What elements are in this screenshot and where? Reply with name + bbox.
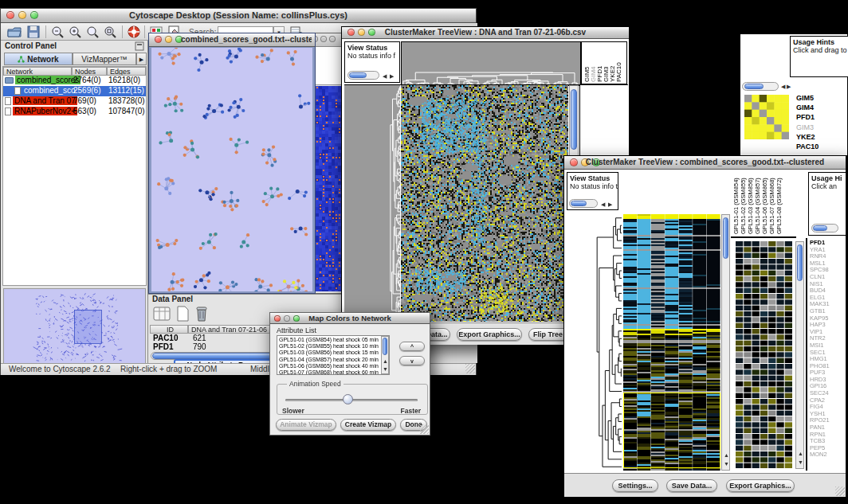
- delete-attribute-icon[interactable]: [194, 305, 209, 322]
- scroll-left-icon[interactable]: ◀: [781, 83, 785, 90]
- close-icon[interactable]: [155, 36, 162, 43]
- gene-label-list: GIM5GIM4PFD1GIM3YKE2PAC10: [796, 93, 844, 151]
- resize-grip[interactable]: [419, 424, 429, 434]
- zoom-out-icon[interactable]: [50, 25, 65, 38]
- network-list-row[interactable]: DNA and Tran 07769(0)183728(0): [3, 96, 146, 107]
- detail-v-scrollbar[interactable]: ▲ ▼: [795, 241, 804, 469]
- open-file-icon[interactable]: [7, 25, 22, 38]
- gene-label[interactable]: PFD1: [796, 112, 844, 122]
- attribute-list-item[interactable]: GPL51-01 (GSM854) heat shock 05 min: [279, 337, 389, 343]
- column-label[interactable]: GPL51-03 (GSM856): [747, 178, 754, 234]
- move-up-button[interactable]: ^: [399, 342, 425, 351]
- attribute-list-item[interactable]: GPL51-02 (GSM855) heat shock 10 min: [279, 343, 389, 350]
- gene-label[interactable]: GIM4: [796, 103, 844, 112]
- data-col-id[interactable]: ID: [150, 325, 188, 334]
- attribute-list-item[interactable]: GPL51-07 (GSM868) heat shock 60 min: [279, 369, 389, 375]
- column-label[interactable]: GPL51-02 (GSM855): [740, 178, 747, 234]
- zoom-in-icon[interactable]: [68, 25, 82, 38]
- animate-vizmap-button[interactable]: Animate Vizmap: [276, 419, 336, 431]
- export-graphics-button[interactable]: Export Graphics...: [726, 479, 795, 492]
- minimize-icon[interactable]: [165, 36, 172, 43]
- heatmap-v-scrollbar[interactable]: ▲ ▼: [721, 214, 730, 471]
- network-list-row[interactable]: RNAPuberNov2+563(0)107847(0): [3, 107, 146, 117]
- network-name: RNAPuberNov2+: [13, 107, 77, 115]
- attribute-select-icon[interactable]: [153, 306, 171, 322]
- scroll-down-icon[interactable]: ▼: [798, 459, 803, 466]
- gene-label[interactable]: PAC10: [796, 142, 844, 151]
- col-header-edges[interactable]: Edges: [107, 67, 146, 76]
- cytoscape-titlebar[interactable]: Cytoscape Desktop (Session Name: collins…: [1, 9, 476, 23]
- minimize-icon[interactable]: [320, 36, 327, 42]
- attribute-list-item[interactable]: GPL51-06 (GSM865) heat shock 40 min: [279, 363, 389, 369]
- network-list-row[interactable]: combined_scores2764(0)16218(0): [3, 76, 146, 86]
- control-panel-title: Control Panel: [5, 41, 57, 50]
- scroll-down-icon[interactable]: ▼: [383, 365, 388, 373]
- scroll-up-icon[interactable]: ▲: [724, 451, 729, 459]
- column-label[interactable]: PAC10: [615, 62, 622, 82]
- fragment-h-scrollbar[interactable]: [742, 82, 779, 91]
- view-status-scrollbar[interactable]: [569, 199, 598, 208]
- scroll-left-icon[interactable]: ◀: [383, 72, 387, 80]
- new-attribute-icon[interactable]: [175, 306, 190, 322]
- speed-slider-thumb[interactable]: [343, 394, 353, 404]
- attribute-list-scrollbar[interactable]: ▲ ▼: [381, 336, 389, 374]
- view-status-scrollbar[interactable]: [347, 71, 379, 80]
- network-name: DNA and Tran 07: [13, 96, 77, 105]
- save-session-icon[interactable]: [26, 25, 41, 38]
- tab-more[interactable]: ▶: [136, 53, 147, 65]
- global-heatmap[interactable]: [401, 85, 568, 322]
- scroll-up-icon[interactable]: ▲: [798, 450, 803, 457]
- zoom-selected-icon[interactable]: [85, 25, 100, 38]
- column-label[interactable]: GPL51-04 (GSM857): [754, 178, 761, 234]
- scroll-right-icon[interactable]: ▶: [787, 83, 791, 90]
- scroll-left-icon[interactable]: ◀: [601, 201, 605, 208]
- save-data-button[interactable]: Save Data...: [666, 479, 717, 492]
- network-list-row[interactable]: combined_sco2569(6)13112(15): [3, 86, 146, 96]
- col-header-network[interactable]: Network: [3, 67, 72, 76]
- scroll-right-icon[interactable]: ▶: [608, 201, 612, 208]
- document-icon: [5, 107, 11, 115]
- float-panel-icon[interactable]: [135, 41, 144, 51]
- col-header-nodes[interactable]: Nodes: [72, 67, 107, 76]
- usage-hints-panel: Usage Hi Click an: [808, 172, 846, 236]
- gene-label[interactable]: GIM5: [796, 93, 844, 103]
- gene-label[interactable]: MON2: [810, 451, 846, 459]
- resize-grip[interactable]: [835, 486, 845, 496]
- row-dendrogram[interactable]: [344, 85, 400, 322]
- treeview2-titlebar[interactable]: ClusterMaker TreeView : combined_scores_…: [564, 156, 846, 170]
- zoom-fit-icon[interactable]: [103, 25, 117, 38]
- gene-label[interactable]: GIM3: [796, 123, 844, 132]
- attribute-listbox[interactable]: GPL51-01 (GSM854) heat shock 05 minGPL51…: [277, 335, 390, 375]
- export-graphics-button[interactable]: Export Graphics...: [457, 328, 522, 341]
- move-down-button[interactable]: v: [399, 356, 425, 365]
- tab-network[interactable]: Network: [4, 53, 73, 65]
- help-lifering-icon[interactable]: [127, 25, 141, 38]
- treeview1-titlebar[interactable]: ClusterMaker TreeView : DNA and Tran 07-…: [342, 27, 629, 39]
- network-canvas[interactable]: [151, 48, 312, 291]
- detail-heatmap[interactable]: [736, 241, 793, 469]
- column-label[interactable]: GPL51-06 (GSM865): [761, 178, 768, 234]
- usage-scrollbar[interactable]: [811, 224, 838, 232]
- dialog-titlebar[interactable]: Map Colors to Network: [270, 313, 430, 324]
- column-label[interactable]: GPL51-07 (GSM868): [768, 178, 775, 234]
- resize-grip[interactable]: [465, 364, 475, 373]
- network-overview-navigator[interactable]: [3, 288, 146, 364]
- row-dendrogram[interactable]: [567, 214, 622, 471]
- gene-label[interactable]: YKE2: [796, 132, 844, 142]
- attribute-list-item[interactable]: GPL51-04 (GSM857) heat shock 20 min: [279, 357, 389, 363]
- scroll-right-icon[interactable]: ▶: [390, 72, 394, 80]
- column-label[interactable]: GPL51-08 (GSM872): [775, 178, 783, 234]
- column-label[interactable]: GPL51-01 (GSM854): [732, 178, 740, 234]
- attribute-list-item[interactable]: GPL51-03 (GSM856) heat shock 15 min: [279, 350, 389, 356]
- network-view-titlebar[interactable]: combined_scores_good.txt--cluste...: [149, 33, 315, 47]
- correlation-matrix-heatmap[interactable]: [744, 95, 789, 139]
- scroll-up-icon[interactable]: ▲: [383, 357, 388, 365]
- zoom-window-icon[interactable]: [329, 36, 336, 42]
- settings-button[interactable]: Settings...: [612, 479, 658, 492]
- column-dendrogram[interactable]: [401, 41, 581, 86]
- tab-vizmapper[interactable]: VizMapper™: [73, 53, 136, 65]
- create-vizmap-button[interactable]: Create Vizmap: [340, 419, 396, 431]
- global-heatmap[interactable]: [623, 214, 720, 471]
- view-status-panel: View Status No status info f ◀ ▶: [344, 41, 400, 83]
- scroll-down-icon[interactable]: ▼: [724, 460, 729, 467]
